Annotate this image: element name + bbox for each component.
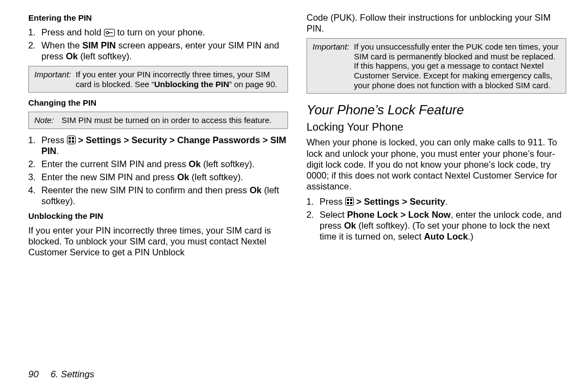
end-key-icon — [104, 29, 115, 36]
text-run: ” on page 90. — [229, 79, 277, 89]
entering-pin-steps: Press and hold to turn on your phone. Wh… — [28, 27, 288, 62]
step-item: Press and hold to turn on your phone. — [38, 27, 288, 38]
text-bold: Security — [131, 135, 167, 145]
page-footer: 906. Settings — [28, 369, 94, 380]
text-bold: > — [398, 210, 408, 219]
heading-entering-pin: Entering the PIN — [28, 13, 288, 22]
text-bold: Ok — [344, 220, 356, 230]
svg-rect-10 — [350, 199, 352, 201]
text-bold: Unblocking the PIN — [154, 79, 229, 89]
step-item: Enter the current SIM PIN and press Ok (… — [38, 158, 288, 169]
text-bold: Settings — [86, 135, 121, 145]
step-item: Reenter the new SIM PIN to confirm and t… — [38, 185, 288, 206]
unblocking-paragraph: If you enter your PIN incorrectly three … — [28, 225, 288, 258]
manual-page: Entering the PIN Press and hold to turn … — [0, 0, 588, 392]
chapter-label: 6. Settings — [51, 369, 94, 379]
step-item: Enter the new SIM PIN and press Ok (left… — [38, 171, 288, 182]
text-run: . — [57, 146, 59, 156]
text-run: Enter the new SIM PIN and press — [41, 172, 177, 182]
heading-locking-phone: Locking Your Phone — [307, 121, 566, 133]
left-column: Entering the PIN Press and hold to turn … — [28, 10, 288, 262]
text-bold: > — [167, 135, 177, 145]
text-run: Reenter the new SIM PIN to confirm and t… — [41, 185, 249, 195]
text-run: Enter the current SIM PIN and press — [41, 159, 189, 169]
page-number: 90 — [28, 369, 39, 379]
two-column-layout: Entering the PIN Press and hold to turn … — [28, 10, 566, 262]
continuation-paragraph: Code (PUK). Follow their instructions fo… — [307, 12, 566, 34]
text-bold: Ok — [189, 159, 201, 169]
text-bold: Ok — [249, 185, 261, 195]
svg-rect-6 — [69, 140, 71, 143]
right-column: Code (PUK). Follow their instructions fo… — [307, 10, 566, 262]
text-bold: Change Passwords — [177, 135, 260, 145]
step-item: Select Phone Lock > Lock Now, enter the … — [316, 209, 566, 242]
text-run: When the — [41, 40, 82, 50]
changing-pin-steps: Press > Settings > Security > Change Pas… — [28, 134, 288, 207]
text-run: Press — [41, 135, 67, 145]
important-note-box: Important: If you enter your PIN incorre… — [28, 66, 288, 93]
text-run: (left softkey). — [189, 172, 243, 182]
text-run: Select — [320, 210, 347, 219]
svg-rect-5 — [72, 137, 74, 139]
note-body: If you unsuccessfully enter the PUK code… — [313, 42, 560, 90]
note-body: SIM PIN must be turned on in order to ac… — [34, 115, 282, 125]
text-bold: SIM PIN — [82, 40, 115, 50]
svg-rect-12 — [350, 202, 352, 204]
text-bold: Phone Lock — [347, 210, 398, 219]
important-note-box: Important: If you unsuccessfully enter t… — [307, 38, 566, 94]
text-bold: > — [260, 135, 271, 145]
text-bold: > — [354, 197, 364, 206]
svg-rect-11 — [347, 202, 349, 204]
text-bold: > — [76, 135, 86, 145]
note-box: Note: SIM PIN must be turned on in order… — [28, 112, 288, 128]
text-run: .) — [468, 231, 473, 241]
text-run: (left softkey). — [201, 159, 255, 169]
text-bold: > — [400, 197, 410, 206]
svg-rect-7 — [72, 140, 74, 143]
text-bold: Settings — [364, 197, 400, 206]
svg-rect-3 — [67, 136, 75, 144]
svg-rect-8 — [345, 198, 353, 206]
text-bold: Lock Now — [408, 210, 451, 219]
text-run: . — [445, 197, 448, 206]
heading-unblocking-pin: Unblocking the PIN — [28, 211, 288, 220]
text-run: Press — [320, 197, 345, 206]
locking-paragraph: When your phone is locked, you can only … — [307, 137, 566, 192]
heading-lock-feature: Your Phone’s Lock Feature — [307, 102, 566, 118]
locking-steps: Press > Settings > Security. Select Phon… — [307, 196, 566, 242]
step-item: When the SIM PIN screen appears, enter y… — [38, 40, 288, 62]
menu-key-icon — [345, 197, 354, 206]
note-body: If you enter your PIN incorrectly three … — [34, 70, 282, 89]
svg-rect-9 — [347, 199, 349, 201]
text-bold: Ok — [177, 172, 189, 182]
text-run: to turn on your phone. — [115, 27, 205, 37]
step-item: Press > Settings > Security > Change Pas… — [38, 134, 288, 156]
note-label: Note: — [34, 115, 57, 125]
text-run: (left softkey). — [78, 51, 132, 61]
text-bold: > — [121, 135, 132, 145]
text-bold: Auto Lock — [424, 231, 468, 241]
step-item: Press > Settings > Security. — [316, 196, 566, 207]
menu-key-icon — [67, 136, 76, 144]
text-bold: Security — [409, 197, 445, 206]
note-label: Important: — [34, 70, 71, 79]
text-bold: Ok — [66, 51, 78, 61]
text-run: Press and hold — [41, 27, 104, 37]
heading-changing-pin: Changing the PIN — [28, 98, 288, 107]
note-label: Important: — [313, 42, 350, 52]
svg-rect-4 — [69, 137, 71, 139]
